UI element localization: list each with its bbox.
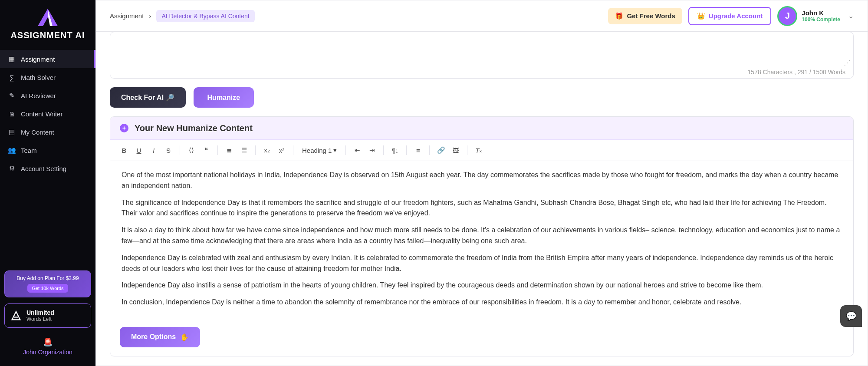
- result-title: Your New Humanize Content: [135, 123, 253, 133]
- more-options-button[interactable]: More Options✋: [120, 327, 200, 347]
- crown-icon: 👑: [697, 12, 705, 20]
- indent-button[interactable]: ⇥: [366, 144, 378, 156]
- align-button[interactable]: ≡: [412, 144, 424, 156]
- nav-label: Math Solver: [21, 74, 56, 81]
- sparkle-icon: [119, 123, 129, 133]
- nav-label: My Content: [21, 129, 54, 136]
- resize-handle-icon[interactable]: ⋰: [844, 59, 851, 67]
- addon-title: Buy Add on Plan For $3.99: [9, 275, 86, 281]
- brand-name: ASSIGNMENT AI: [0, 30, 95, 40]
- result-card: Your New Humanize Content B U I S ⟨⟩ ❝ ≣…: [110, 116, 854, 356]
- result-paragraph: Independence Day is celebrated with zeal…: [122, 253, 842, 274]
- unlimited-line2: Words Left: [26, 316, 54, 322]
- sidebar-item-ai-reviewer[interactable]: ✎AI Reviewer: [0, 86, 95, 105]
- get-free-words-button[interactable]: 🎁Get Free Words: [608, 8, 682, 24]
- user-completion: 100% Complete: [802, 16, 840, 23]
- siren-icon: 🚨: [4, 337, 91, 347]
- gear-icon: ⚙: [8, 165, 16, 172]
- avatar: J: [777, 6, 797, 26]
- nav-label: Team: [21, 147, 37, 154]
- separator: [467, 145, 467, 155]
- underline-button[interactable]: U: [133, 144, 145, 156]
- separator: [255, 145, 256, 155]
- main: Assignment › AI Detector & Bypass AI Con…: [95, 0, 868, 366]
- code-button[interactable]: ⟨⟩: [185, 144, 197, 156]
- separator: [180, 145, 180, 155]
- action-row: Check For AI 🔎 Humanize: [110, 87, 854, 108]
- nav: ▦Assignment ∑Math Solver ✎AI Reviewer 🗎C…: [0, 50, 95, 178]
- separator: [429, 145, 430, 155]
- text-direction-button[interactable]: ¶↕: [389, 144, 401, 156]
- sidebar-item-content-writer[interactable]: 🗎Content Writer: [0, 105, 95, 123]
- outdent-button[interactable]: ⇤: [351, 144, 363, 156]
- sidebar-bottom: Buy Add on Plan For $3.99 Get 10k Words …: [0, 266, 95, 366]
- result-paragraph: Independence Day also instills a sense o…: [122, 280, 842, 291]
- sidebar-item-math-solver[interactable]: ∑Math Solver: [0, 68, 95, 86]
- user-meta: John K 100% Complete: [802, 9, 840, 23]
- unordered-list-button[interactable]: ☰: [238, 144, 250, 156]
- separator: [217, 145, 218, 155]
- chat-button[interactable]: 💬: [840, 305, 862, 327]
- team-icon: 👥: [8, 146, 16, 154]
- separator: [345, 145, 346, 155]
- sidebar-item-team[interactable]: 👥Team: [0, 141, 95, 159]
- logo-icon: [36, 8, 59, 27]
- breadcrumb-current: AI Detector & Bypass AI Content: [156, 10, 254, 22]
- image-button[interactable]: 🖼: [450, 144, 462, 156]
- doc-icon: 🗎: [8, 110, 16, 118]
- topbar: Assignment › AI Detector & Bypass AI Con…: [96, 0, 868, 32]
- bold-button[interactable]: B: [118, 144, 130, 156]
- unlimited-line1: Unlimited: [26, 309, 54, 316]
- user-menu[interactable]: J John K 100% Complete ⌄: [777, 6, 854, 26]
- upgrade-account-button[interactable]: 👑Upgrade Account: [688, 7, 771, 25]
- unlimited-icon: [10, 310, 22, 322]
- gift-icon: 🎁: [615, 12, 623, 20]
- separator: [383, 145, 384, 155]
- caret-icon: ▾: [333, 146, 337, 154]
- italic-button[interactable]: I: [148, 144, 160, 156]
- upgrade-label: Upgrade Account: [709, 12, 763, 20]
- strikethrough-button[interactable]: S: [162, 144, 174, 156]
- result-header: Your New Humanize Content: [110, 117, 853, 140]
- nav-label: Assignment: [21, 56, 55, 63]
- addon-box: Buy Add on Plan For $3.99 Get 10k Words: [4, 270, 91, 297]
- nav-label: Account Setting: [21, 165, 66, 172]
- file-icon: ▤: [8, 128, 16, 136]
- user-name: John K: [802, 9, 840, 16]
- math-icon: ∑: [8, 73, 16, 81]
- chat-icon: 💬: [846, 311, 857, 321]
- humanize-button[interactable]: Humanize: [194, 87, 254, 108]
- result-body[interactable]: One of the most important national holid…: [110, 161, 853, 323]
- separator: [406, 145, 407, 155]
- chevron-right-icon: ›: [149, 12, 151, 20]
- unlimited-box[interactable]: Unlimited Words Left: [4, 303, 91, 328]
- subscript-button[interactable]: x₂: [261, 144, 273, 156]
- top-actions: 🎁Get Free Words 👑Upgrade Account J John …: [608, 6, 854, 26]
- char-word-counter: 1578 Characters , 291 / 1500 Words: [748, 69, 845, 76]
- org-area[interactable]: 🚨 John Organization: [4, 334, 91, 362]
- addon-cta-button[interactable]: Get 10k Words: [27, 284, 68, 293]
- breadcrumb-root[interactable]: Assignment: [110, 12, 144, 20]
- sidebar-item-assignment[interactable]: ▦Assignment: [0, 50, 95, 68]
- heading-select[interactable]: Heading 1 ▾: [299, 145, 340, 156]
- result-paragraph: One of the most important national holid…: [122, 170, 842, 191]
- gfw-label: Get Free Words: [627, 12, 675, 20]
- clear-format-button[interactable]: Tₓ: [473, 144, 485, 156]
- sidebar-item-my-content[interactable]: ▤My Content: [0, 123, 95, 141]
- logo[interactable]: ASSIGNMENT AI: [0, 0, 95, 50]
- sidebar-item-account-setting[interactable]: ⚙Account Setting: [0, 159, 95, 178]
- org-name: John Organization: [4, 349, 91, 356]
- result-paragraph: The significance of Independence Day is …: [122, 198, 842, 219]
- check-for-ai-button[interactable]: Check For AI 🔎: [110, 87, 186, 108]
- grid-icon: ▦: [8, 55, 16, 63]
- link-button[interactable]: 🔗: [435, 144, 447, 156]
- sidebar: ASSIGNMENT AI ▦Assignment ∑Math Solver ✎…: [0, 0, 95, 366]
- content: ⋰ 1578 Characters , 291 / 1500 Words Che…: [96, 32, 868, 366]
- nav-label: Content Writer: [21, 110, 62, 118]
- input-textarea[interactable]: ⋰ 1578 Characters , 291 / 1500 Words: [110, 32, 854, 79]
- superscript-button[interactable]: x²: [276, 144, 288, 156]
- ordered-list-button[interactable]: ≣: [223, 144, 235, 156]
- breadcrumb: Assignment › AI Detector & Bypass AI Con…: [110, 10, 255, 22]
- hand-icon: ✋: [180, 333, 189, 341]
- quote-button[interactable]: ❝: [200, 144, 212, 156]
